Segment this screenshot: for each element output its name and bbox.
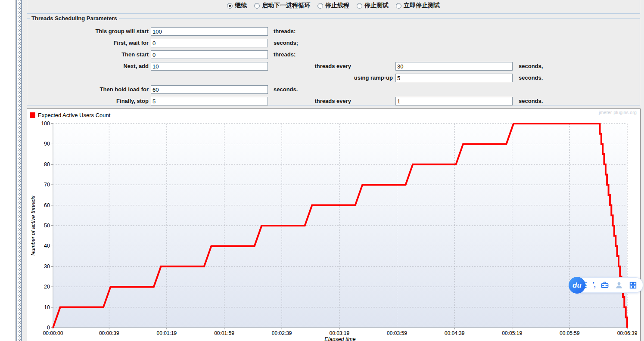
svg-text:70: 70 xyxy=(44,182,50,188)
legend-color-swatch xyxy=(30,112,35,118)
field-suffix: seconds. xyxy=(519,98,543,104)
field-suffix: seconds. xyxy=(519,74,543,81)
row-finally-stop: Finally, stop threads every seconds. xyxy=(27,96,640,108)
radio-label: 继续 xyxy=(235,2,247,9)
panel-title: Threads Scheduling Parameters xyxy=(30,15,119,22)
svg-text:00:00:39: 00:00:39 xyxy=(99,330,119,336)
field-suffix: seconds; xyxy=(274,40,298,46)
svg-text:00:01:59: 00:01:59 xyxy=(214,330,234,336)
field-label: Then start xyxy=(27,51,149,58)
field-label: First, wait for xyxy=(27,40,149,46)
field-label: Then hold load for xyxy=(27,86,149,93)
radio-icon xyxy=(357,3,362,9)
baidu-ime-toolbar[interactable]: du 英 ’, xyxy=(576,277,643,293)
row-then-start: Then start threads; xyxy=(27,50,640,61)
svg-text:00:04:39: 00:04:39 xyxy=(445,330,465,336)
start-threads-input[interactable] xyxy=(151,50,268,59)
radio-continue[interactable]: 继续 xyxy=(227,2,247,9)
field-suffix: threads; xyxy=(274,51,296,58)
chart-legend: Expected Active Users Count xyxy=(30,112,110,118)
radio-icon xyxy=(227,3,233,9)
radio-stop-test[interactable]: 停止测试 xyxy=(357,2,389,9)
initial-delay-input[interactable] xyxy=(151,39,268,47)
svg-text:0: 0 xyxy=(47,325,50,331)
radio-stop-thread[interactable]: 停止线程 xyxy=(317,2,349,9)
svg-text:00:03:19: 00:03:19 xyxy=(329,330,349,336)
initial-threads-input[interactable] xyxy=(151,27,268,36)
svg-text:50: 50 xyxy=(44,223,50,229)
radio-label: 启动下一进程循环 xyxy=(262,2,310,9)
rampup-input[interactable] xyxy=(395,74,513,82)
svg-text:00:00:00: 00:00:00 xyxy=(43,330,63,336)
svg-text:00:03:59: 00:03:59 xyxy=(387,330,407,336)
field-mid-label: threads every xyxy=(243,63,351,69)
svg-text:90: 90 xyxy=(44,141,50,147)
after-sampler-error-action-bar: 继续 启动下一进程循环 停止线程 停止测试 立即停止测试 xyxy=(27,0,640,14)
row-group-will-start: This group will start threads: xyxy=(27,26,640,38)
stop-period-input[interactable] xyxy=(395,97,513,105)
ime-toolbox-icon[interactable] xyxy=(600,281,609,289)
field-label: Next, add xyxy=(27,63,149,69)
test-plan-tree-panel[interactable] xyxy=(0,0,16,341)
svg-text:20: 20 xyxy=(44,284,50,290)
svg-text:00:01:19: 00:01:19 xyxy=(157,330,177,336)
threads-scheduling-parameters-panel: Threads Scheduling Parameters This group… xyxy=(27,18,640,105)
split-pane-divider[interactable] xyxy=(16,0,22,341)
svg-text:10: 10 xyxy=(44,304,50,310)
svg-text:80: 80 xyxy=(44,161,50,167)
svg-text:Elapsed time: Elapsed time xyxy=(324,336,355,341)
field-suffix: seconds. xyxy=(274,86,298,93)
field-label: This group will start xyxy=(27,28,149,34)
field-label: using ramp-up xyxy=(243,74,393,81)
svg-text:40: 40 xyxy=(44,243,50,249)
radio-icon xyxy=(396,3,401,9)
svg-text:100: 100 xyxy=(41,121,50,127)
svg-text:Number of active threads: Number of active threads xyxy=(30,195,36,256)
row-using-rampup: using ramp-up seconds. xyxy=(27,73,640,84)
ime-user-account-icon[interactable] xyxy=(615,281,623,289)
svg-text:00:06:39: 00:06:39 xyxy=(617,330,638,336)
row-hold-load: Then hold load for seconds. xyxy=(27,84,640,96)
row-first-wait: First, wait for seconds; xyxy=(27,38,640,50)
svg-text:00:02:39: 00:02:39 xyxy=(272,330,292,336)
field-suffix: seconds, xyxy=(519,63,543,69)
row-next-add: Next, add threads every seconds, xyxy=(27,61,640,73)
step-period-input[interactable] xyxy=(395,62,513,71)
radio-stop-test-now[interactable]: 立即停止测试 xyxy=(396,2,440,9)
ime-punctuation-toggle[interactable]: ’, xyxy=(593,283,595,287)
svg-text:60: 60 xyxy=(44,202,50,208)
radio-icon xyxy=(254,3,260,9)
jmeter-plugins-watermark: jmeter-plugins.org xyxy=(599,110,637,115)
radio-start-next-loop[interactable]: 启动下一进程循环 xyxy=(254,2,310,9)
radio-label: 停止测试 xyxy=(364,2,389,9)
radio-icon xyxy=(317,3,323,9)
svg-text:30: 30 xyxy=(44,264,50,270)
field-mid-label: threads every xyxy=(243,98,351,104)
radio-label: 停止线程 xyxy=(325,2,349,9)
field-suffix: threads: xyxy=(274,28,296,34)
legend-label: Expected Active Users Count xyxy=(38,112,110,118)
threads-chart-plot: 010203040506070809010000:00:0000:00:3900… xyxy=(27,109,641,341)
svg-text:00:05:59: 00:05:59 xyxy=(560,330,580,336)
expected-users-chart-panel: 010203040506070809010000:00:0000:00:3900… xyxy=(27,108,641,341)
field-label: Finally, stop xyxy=(27,98,149,104)
hold-load-input[interactable] xyxy=(151,85,268,94)
svg-text:00:05:19: 00:05:19 xyxy=(502,330,522,336)
baidu-du-logo-icon[interactable]: du xyxy=(569,277,585,294)
ime-apps-grid-icon[interactable] xyxy=(629,281,637,289)
radio-label: 立即停止测试 xyxy=(404,2,440,9)
